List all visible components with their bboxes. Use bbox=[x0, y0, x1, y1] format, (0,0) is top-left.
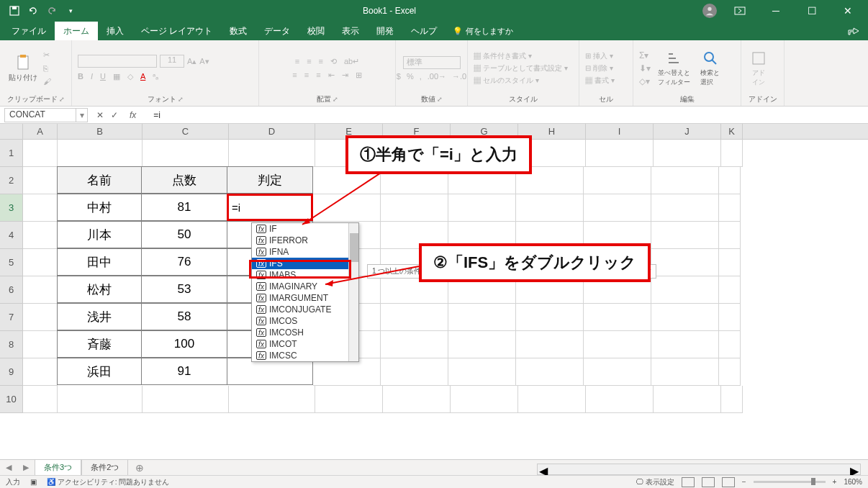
row-header[interactable]: 6 bbox=[0, 276, 23, 304]
enter-formula-icon[interactable]: ✓ bbox=[111, 110, 118, 120]
cell[interactable] bbox=[23, 331, 58, 358]
row-header[interactable]: 4 bbox=[0, 222, 23, 249]
tab-insert[interactable]: 挿入 bbox=[98, 22, 132, 40]
phonetic-button[interactable]: ᵃₐ bbox=[153, 72, 158, 81]
maximize-icon[interactable]: ☐ bbox=[799, 0, 825, 22]
launcher-icon[interactable]: ⤢ bbox=[59, 96, 65, 103]
cell[interactable] bbox=[23, 249, 58, 276]
col-header[interactable]: J bbox=[654, 124, 721, 139]
italic-button[interactable]: I bbox=[91, 72, 93, 81]
align-left-icon[interactable]: ≡ bbox=[292, 71, 297, 80]
col-header[interactable]: D bbox=[229, 124, 315, 139]
sheet-tab-active[interactable]: 条件3つ bbox=[35, 459, 81, 475]
cell[interactable]: 中村 bbox=[57, 194, 142, 221]
autocomplete-item[interactable]: fxIMCSC bbox=[252, 350, 358, 361]
cell-styles-button[interactable]: ▦ セルのスタイル ▾ bbox=[474, 76, 539, 86]
currency-icon[interactable]: $ bbox=[397, 72, 401, 81]
autocomplete-item[interactable]: fxIMCONJUGATE bbox=[252, 304, 358, 315]
sort-filter-button[interactable]: 並べ替えと フィルター bbox=[655, 48, 693, 89]
cell[interactable] bbox=[381, 304, 448, 331]
col-header[interactable]: B bbox=[58, 124, 143, 139]
launcher-icon[interactable]: ⤢ bbox=[333, 96, 338, 103]
insert-cells-button[interactable]: ⊞ 挿入 ▾ bbox=[585, 51, 613, 61]
cell[interactable]: 58 bbox=[141, 303, 227, 330]
cell[interactable] bbox=[448, 304, 516, 331]
cell[interactable] bbox=[651, 304, 719, 331]
cell[interactable]: 判定 bbox=[227, 166, 313, 194]
row-header[interactable]: 1 bbox=[0, 140, 23, 167]
cell[interactable] bbox=[719, 249, 741, 276]
autocomplete-item[interactable]: fxIMARGUMENT bbox=[252, 292, 358, 304]
cell[interactable]: 100 bbox=[141, 330, 227, 358]
tab-layout[interactable]: ページ レイアウト bbox=[132, 22, 221, 40]
tab-review[interactable]: 校閲 bbox=[299, 22, 333, 40]
cell[interactable] bbox=[23, 276, 58, 304]
cell[interactable]: 76 bbox=[141, 248, 227, 276]
increase-font-icon[interactable]: A▴ bbox=[187, 57, 196, 66]
launcher-icon[interactable]: ⤢ bbox=[178, 96, 184, 103]
ribbon-options-icon[interactable] bbox=[727, 0, 753, 22]
row-header[interactable]: 10 bbox=[0, 386, 23, 413]
copy-icon[interactable]: ⎘ bbox=[43, 64, 51, 73]
inc-decimal-icon[interactable]: .00→ bbox=[428, 72, 446, 81]
qat-customize-icon[interactable]: ▾ bbox=[65, 5, 76, 17]
format-painter-icon[interactable]: 🖌 bbox=[43, 77, 51, 86]
cell[interactable] bbox=[313, 194, 381, 222]
row-header[interactable]: 2 bbox=[0, 167, 23, 194]
cell[interactable] bbox=[23, 304, 58, 331]
cell[interactable]: 53 bbox=[141, 276, 227, 303]
cell[interactable] bbox=[654, 140, 721, 167]
redo-icon[interactable] bbox=[46, 5, 58, 17]
col-header[interactable]: C bbox=[143, 124, 229, 139]
horizontal-scrollbar[interactable]: ◀▶ bbox=[537, 464, 861, 475]
cell[interactable]: 点数 bbox=[141, 166, 227, 194]
tab-data[interactable]: データ bbox=[256, 22, 299, 40]
autocomplete-item[interactable]: fxIMCOS bbox=[252, 315, 358, 327]
bold-button[interactable]: B bbox=[78, 72, 83, 81]
format-as-table-button[interactable]: ▦ テーブルとして書式設定 ▾ bbox=[474, 63, 568, 73]
tab-home[interactable]: ホーム bbox=[55, 22, 98, 40]
fx-icon[interactable]: fx bbox=[125, 110, 140, 120]
delete-cells-button[interactable]: ⊟ 削除 ▾ bbox=[585, 63, 613, 73]
zoom-in-button[interactable]: + bbox=[833, 478, 837, 486]
percent-icon[interactable]: % bbox=[407, 72, 414, 81]
user-avatar-icon[interactable] bbox=[702, 4, 717, 18]
cell[interactable] bbox=[719, 276, 741, 304]
fill-icon[interactable]: ⬇▾ bbox=[639, 63, 651, 73]
cell[interactable] bbox=[721, 386, 743, 413]
merge-button[interactable]: ⊞ bbox=[356, 71, 362, 80]
col-header[interactable]: A bbox=[23, 124, 58, 139]
cell[interactable] bbox=[584, 331, 651, 358]
cell[interactable] bbox=[651, 249, 719, 276]
fill-color-button[interactable]: ◇ bbox=[127, 72, 133, 81]
row-header[interactable]: 3 bbox=[0, 194, 23, 222]
autocomplete-item[interactable]: fxIMABS bbox=[252, 269, 358, 281]
tab-dev[interactable]: 開発 bbox=[368, 22, 402, 40]
row-header[interactable]: 9 bbox=[0, 358, 23, 386]
cell[interactable] bbox=[23, 167, 58, 194]
sheet-nav-prev-icon[interactable]: ◀ bbox=[0, 463, 17, 472]
cell[interactable] bbox=[23, 194, 58, 222]
align-center-icon[interactable]: ≡ bbox=[304, 71, 309, 80]
wrap-text-button[interactable]: ab↵ bbox=[344, 57, 359, 66]
cell[interactable] bbox=[584, 194, 651, 222]
cell[interactable]: 91 bbox=[141, 358, 227, 385]
cell[interactable]: 浅井 bbox=[57, 303, 142, 330]
cell[interactable]: 名前 bbox=[57, 166, 142, 194]
cell[interactable] bbox=[719, 304, 741, 331]
cell[interactable] bbox=[719, 358, 741, 386]
cell[interactable] bbox=[23, 358, 58, 386]
tell-me-search[interactable]: 💡 何をしますか bbox=[446, 22, 520, 40]
select-all-button[interactable] bbox=[0, 124, 23, 139]
active-cell[interactable]: =i bbox=[227, 194, 313, 221]
underline-button[interactable]: U bbox=[100, 72, 106, 81]
cell[interactable] bbox=[721, 140, 743, 167]
indent-inc-icon[interactable]: ⇥ bbox=[342, 71, 348, 80]
accessibility-status[interactable]: ♿ アクセシビリティ: 問題ありません bbox=[47, 477, 169, 487]
align-middle-icon[interactable]: ≡ bbox=[307, 57, 311, 66]
cell[interactable] bbox=[516, 194, 584, 222]
autocomplete-item[interactable]: fxIMCOSH bbox=[252, 327, 358, 338]
cell[interactable] bbox=[651, 358, 719, 386]
cut-icon[interactable]: ✂ bbox=[43, 50, 51, 60]
cell[interactable] bbox=[23, 140, 58, 167]
